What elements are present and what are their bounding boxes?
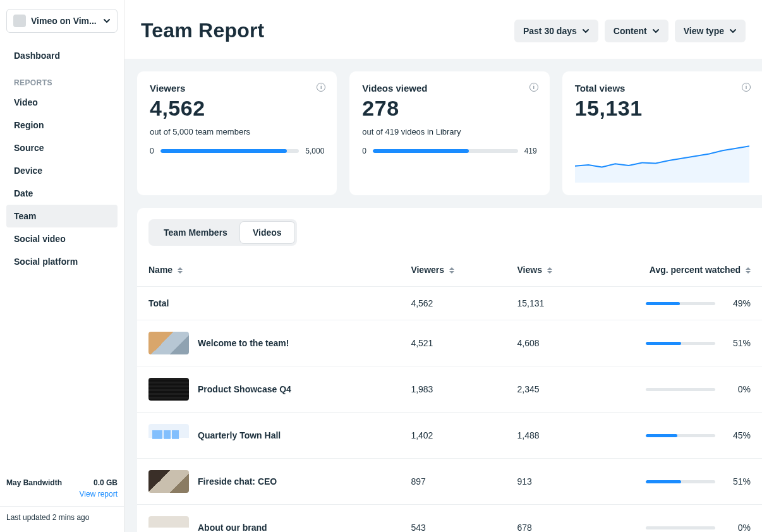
card-videos: i Videos viewed 278 out of 419 videos in…: [349, 71, 549, 195]
stat-cards: i Viewers 4,562 out of 5,000 team member…: [137, 71, 762, 195]
videos-table: Name Viewers Views Avg. percent watched …: [137, 253, 762, 532]
table-row[interactable]: About our brand 543 678 0%: [137, 505, 762, 533]
tabs: Team Members Videos: [148, 219, 297, 246]
cell-viewers: 1,402: [399, 413, 505, 459]
cell-pct: 51%: [612, 320, 762, 366]
sidebar-item-dashboard[interactable]: Dashboard: [6, 44, 118, 67]
card-viewers-sub: out of 5,000 team members: [150, 127, 324, 136]
cell-viewers: 543: [399, 505, 505, 533]
cell-name: About our brand: [137, 505, 399, 533]
filter-bar: Past 30 days Content View type: [514, 20, 746, 42]
card-viewers-label: Viewers: [150, 83, 324, 94]
table-row-total: Total 4,562 15,131 49%: [137, 287, 762, 320]
bar-min: 0: [150, 147, 154, 155]
th-views[interactable]: Views: [506, 253, 612, 287]
cell-pct: 45%: [612, 413, 762, 459]
sidebar-item-team[interactable]: Team: [6, 205, 118, 227]
filter-date-label: Past 30 days: [523, 26, 577, 36]
card-totalviews: i Total views 15,131: [562, 71, 762, 195]
card-totalviews-value: 15,131: [575, 96, 749, 121]
sort-icon: [178, 267, 183, 274]
sidebar-item-video[interactable]: Video: [6, 91, 118, 114]
sidebar-item-device[interactable]: Device: [6, 159, 118, 182]
sidebar-nav: Dashboard REPORTS Video Region Source De…: [6, 44, 118, 273]
card-viewers-bar: 0 5,000: [150, 147, 324, 155]
cell-views: 15,131: [506, 287, 612, 320]
table-panel: Team Members Videos Name Viewers Views A…: [137, 208, 762, 532]
filter-date[interactable]: Past 30 days: [514, 20, 598, 42]
bar-max: 5,000: [305, 147, 324, 155]
th-pct[interactable]: Avg. percent watched: [612, 253, 762, 287]
filter-content-label: Content: [614, 26, 647, 36]
table-row[interactable]: Fireside chat: CEO 897 913 51%: [137, 459, 762, 505]
bar-max: 419: [524, 147, 537, 155]
chevron-down-icon: [652, 27, 660, 35]
video-thumbnail: [148, 470, 189, 493]
view-report-link[interactable]: View report: [80, 490, 118, 499]
card-videos-bar: 0 419: [362, 147, 536, 155]
card-videos-sub: out of 419 videos in Library: [362, 127, 536, 136]
cell-views: 1,488: [506, 413, 612, 459]
info-icon[interactable]: i: [529, 83, 538, 92]
sidebar-section-reports: REPORTS: [6, 67, 118, 91]
chevron-down-icon: [729, 27, 737, 35]
sidebar: Vimeo on Vim... Dashboard REPORTS Video …: [0, 0, 124, 532]
cell-viewers: 897: [399, 459, 505, 505]
cell-views: 913: [506, 459, 612, 505]
video-thumbnail: [148, 516, 189, 532]
bandwidth-label: May Bandwidth: [6, 478, 62, 487]
cell-name: Product Showcase Q4: [137, 366, 399, 413]
cell-viewers: 1,983: [399, 366, 505, 413]
th-viewers[interactable]: Viewers: [399, 253, 505, 287]
video-thumbnail: [148, 378, 189, 401]
chevron-down-icon: [582, 27, 590, 35]
tab-team-members[interactable]: Team Members: [151, 222, 240, 243]
cell-name: Welcome to the team!: [137, 320, 399, 366]
last-updated: Last updated 2 mins ago: [6, 513, 118, 522]
card-videos-label: Videos viewed: [362, 83, 536, 94]
sort-icon: [547, 267, 552, 274]
filter-viewtype[interactable]: View type: [675, 20, 746, 42]
workspace-selector[interactable]: Vimeo on Vim...: [6, 9, 118, 33]
sort-icon: [449, 267, 454, 274]
info-icon[interactable]: i: [742, 83, 751, 92]
sidebar-item-date[interactable]: Date: [6, 182, 118, 205]
bar-min: 0: [362, 147, 366, 155]
chevron-down-icon: [103, 17, 111, 25]
sidebar-item-region[interactable]: Region: [6, 114, 118, 136]
sidebar-item-social-video[interactable]: Social video: [6, 227, 118, 250]
cell-views: 4,608: [506, 320, 612, 366]
card-viewers-value: 4,562: [150, 96, 324, 121]
sidebar-item-social-platform[interactable]: Social platform: [6, 250, 118, 273]
main: Team Report Past 30 days Content View ty…: [124, 0, 762, 532]
workspace-name: Vimeo on Vim...: [31, 16, 98, 26]
content-area: i Viewers 4,562 out of 5,000 team member…: [124, 59, 762, 532]
card-viewers: i Viewers 4,562 out of 5,000 team member…: [137, 71, 337, 195]
cell-viewers: 4,562: [399, 287, 505, 320]
filter-viewtype-label: View type: [684, 26, 724, 36]
table-row[interactable]: Product Showcase Q4 1,983 2,345 0%: [137, 366, 762, 413]
cell-pct: 49%: [612, 287, 762, 320]
sort-icon: [746, 267, 751, 274]
topbar: Team Report Past 30 days Content View ty…: [124, 0, 762, 59]
cell-pct: 51%: [612, 459, 762, 505]
sidebar-item-source[interactable]: Source: [6, 136, 118, 159]
th-name[interactable]: Name: [137, 253, 399, 287]
video-thumbnail: [148, 332, 189, 354]
tab-videos[interactable]: Videos: [240, 222, 294, 243]
card-videos-value: 278: [362, 96, 536, 121]
cell-name: Quarterly Town Hall: [137, 413, 399, 459]
cell-views: 678: [506, 505, 612, 533]
page-title: Team Report: [141, 19, 264, 42]
cell-views: 2,345: [506, 366, 612, 413]
table-row[interactable]: Welcome to the team! 4,521 4,608 51%: [137, 320, 762, 366]
filter-content[interactable]: Content: [605, 20, 668, 42]
cell-name: Total: [137, 287, 399, 320]
card-totalviews-label: Total views: [575, 83, 749, 94]
table-row[interactable]: Quarterly Town Hall 1,402 1,488 45%: [137, 413, 762, 459]
video-thumbnail: [148, 424, 189, 447]
cell-viewers: 4,521: [399, 320, 505, 366]
sparkline: [575, 138, 749, 183]
divider: [0, 506, 124, 507]
sidebar-footer: May Bandwidth 0.0 GB View report Last up…: [6, 473, 118, 526]
